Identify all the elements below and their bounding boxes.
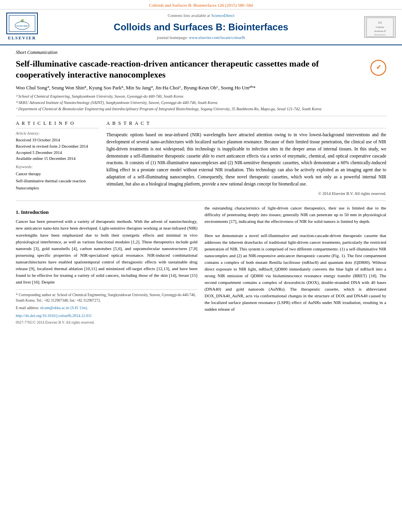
authors-line: Woo Chul Songᵃ, Seung Won Shinᵃ, Kyung S… <box>16 85 386 92</box>
svg-text:ELSEVIER: ELSEVIER <box>17 25 28 27</box>
journal-logo-right: CS Colloids Surfaces B Biointerfaces <box>364 16 396 38</box>
main-content: 1. Introduction Cancer has been preserve… <box>16 205 386 325</box>
divider-2 <box>16 200 386 201</box>
right-paragraph-2: Here we demonstrate a novel self-illumin… <box>205 232 386 313</box>
affiliation-a: ᵃ School of Chemical Engineering, Sungky… <box>16 94 386 99</box>
right-paragraph-1: the outstanding characteristics of light… <box>205 205 386 225</box>
history-label: Article history: <box>16 131 99 136</box>
abstract-heading: A B S T R A C T <box>106 120 386 128</box>
history-content: Received 19 October 2014 Received in rev… <box>16 137 99 162</box>
intro-paragraph: Cancer has been preserved with a variety… <box>16 218 197 285</box>
article-info-abstract-row: A R T I C L E I N F O Article history: R… <box>16 120 386 196</box>
elsevier-label: ELSEVIER <box>8 35 36 41</box>
journal-title-block: Contents lists available at ScienceDirec… <box>38 13 364 41</box>
email-note: E-mail address: sh.um@skku.ac.kr (S.H. U… <box>16 305 197 311</box>
contents-line: Contents lists available at ScienceDirec… <box>38 13 364 19</box>
doi-link[interactable]: http://dx.doi.org/10.1016/j.colsurfb.201… <box>16 313 92 318</box>
intro-heading: 1. Introduction <box>16 209 197 216</box>
elsevier-logo: 🌿 ELSEVIER ELSEVIER <box>6 13 38 41</box>
svg-text:🌿: 🌿 <box>20 19 24 22</box>
copyright-line: © 2014 Elsevier B.V. All rights reserved… <box>106 191 386 197</box>
right-column: the outstanding characteristics of light… <box>205 205 386 325</box>
footer-section: * Corresponding author at: School of Che… <box>16 289 197 325</box>
affiliation-c: ᶜ Department of Chemical & Biomolecular … <box>16 106 386 112</box>
doi-section: http://dx.doi.org/10.1016/j.colsurfb.201… <box>16 313 197 319</box>
affiliations-block: ᵃ School of Chemical Engineering, Sungky… <box>16 94 386 112</box>
journal-citation-header: Colloids and Surfaces B: Biointerfaces 1… <box>0 0 402 9</box>
journal-banner: 🌿 ELSEVIER ELSEVIER Contents lists avail… <box>0 9 402 45</box>
crossmark-badge: ✓ <box>370 60 386 76</box>
svg-rect-0 <box>9 15 35 32</box>
svg-text:Surfaces B: Surfaces B <box>374 30 385 32</box>
journal-main-title: Colloids and Surfaces B: Biointerfaces <box>38 20 364 34</box>
elsevier-logo-image: 🌿 ELSEVIER <box>6 13 38 34</box>
article-title: Self-illuminative cascade-reaction-drive… <box>16 58 370 81</box>
journal-citation-text: Colloids and Surfaces B: Biointerfaces 1… <box>149 3 253 7</box>
journal-homepage: journal homepage: www.elsevier.com/locat… <box>38 35 364 41</box>
article-title-row: Self-illuminative cascade-reaction-drive… <box>16 58 386 81</box>
svg-text:Colloids: Colloids <box>376 26 384 28</box>
email-address[interactable]: sh.um@skku.ac.kr (S.H. Um). <box>40 306 88 310</box>
keyword-2: Self-illuminative thermal cascade reacti… <box>16 178 99 185</box>
crossmark-icon: ✓ <box>376 63 381 72</box>
elsevier-footer-text: 0927-7765/© 2014 Elsevier B.V. All right… <box>16 320 197 325</box>
article-info-panel: A R T I C L E I N F O Article history: R… <box>16 120 99 196</box>
available-date: Available online 15 December 2014 <box>16 156 99 162</box>
divider-1 <box>16 116 386 116</box>
keyword-3: Nanocomplex <box>16 185 99 192</box>
received-date: Received 19 October 2014 <box>16 137 99 143</box>
email-label: E-mail address: <box>16 306 39 310</box>
abstract-text: Therapeutic options based on near-infrar… <box>106 132 386 188</box>
article-info-heading: A R T I C L E I N F O <box>16 120 99 128</box>
homepage-link[interactable]: www.elsevier.com/locate/colsurfb <box>189 35 245 40</box>
affiliation-b: ᵇ SKKU Advanced Institute of Nanotechnol… <box>16 100 386 106</box>
sciencedirect-link[interactable]: ScienceDirect <box>211 13 234 18</box>
accepted-date: Accepted 5 December 2014 <box>16 150 99 156</box>
article-type-label: Short Communication <box>16 49 386 56</box>
keyword-1: Cancer therapy <box>16 171 99 178</box>
svg-text:CS: CS <box>378 21 382 24</box>
keywords-label: Keywords: <box>16 164 99 170</box>
keywords-list: Cancer therapy Self-illuminative thermal… <box>16 171 99 192</box>
corresponding-author-note: * Corresponding author at: School of Che… <box>16 292 197 304</box>
svg-text:Biointerfaces: Biointerfaces <box>374 33 386 36</box>
left-column: 1. Introduction Cancer has been preserve… <box>16 205 197 325</box>
revised-date: Received in revised form 2 December 2014 <box>16 143 99 150</box>
abstract-panel: A B S T R A C T Therapeutic options base… <box>106 120 386 196</box>
article-body: Short Communication Self-illuminative ca… <box>0 45 402 333</box>
